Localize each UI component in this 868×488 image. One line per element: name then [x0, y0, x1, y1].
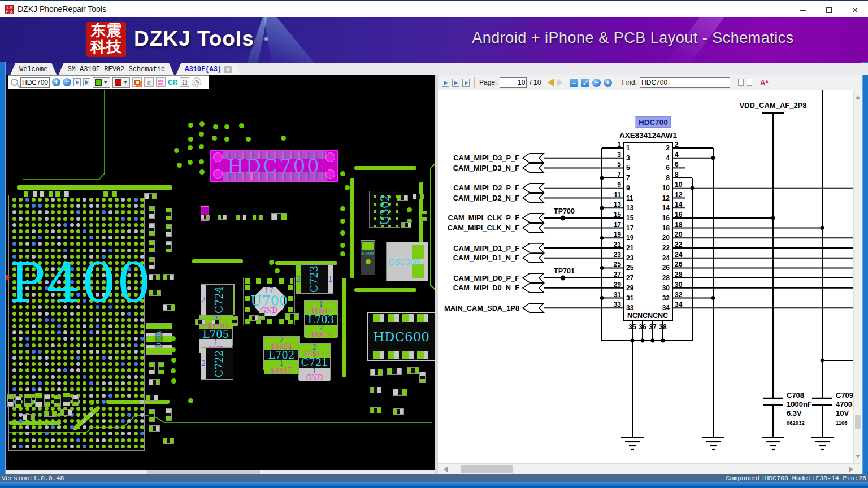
- schematic-vscrollbar[interactable]: [853, 90, 861, 463]
- pcb-layout-panel[interactable]: P400 HDC700 17 U700 GND 2 C723 1 2 C724 …: [6, 75, 438, 474]
- schematic-panel[interactable]: Page: / 10 ↔ ⤢ − + Find: Aª HDC700AXE834…: [438, 75, 862, 474]
- history-icon[interactable]: ◷: [192, 77, 201, 87]
- part-u504[interactable]: U504: [146, 323, 172, 355]
- hscroll-thumb[interactable]: [461, 465, 513, 473]
- prev-doc-icon[interactable]: [452, 79, 459, 87]
- bga-ball: [127, 343, 131, 347]
- bga-ball: [45, 318, 49, 322]
- tab-schematic[interactable]: SM-A310F_REV02 Schematic: [58, 63, 174, 75]
- close-button[interactable]: ✕: [842, 2, 868, 18]
- hdc600-pads: [373, 314, 431, 322]
- banner-glint: [263, 36, 269, 42]
- layers-icon[interactable]: [132, 77, 142, 87]
- part-c722[interactable]: 2 C722: [201, 347, 233, 380]
- mark-color-picker[interactable]: [112, 77, 130, 88]
- bga-ball: [12, 419, 16, 423]
- via-dot: [171, 368, 176, 373]
- bga-ball: [89, 413, 93, 417]
- find-next-icon[interactable]: [747, 78, 757, 87]
- bga-ball: [70, 229, 74, 233]
- svg-text:35: 35: [628, 323, 636, 331]
- bga-ball: [76, 324, 80, 328]
- cr-tool[interactable]: CR: [168, 79, 177, 86]
- part-c723[interactable]: 2 C723 1: [296, 264, 333, 294]
- brand-logo: 东震 科技: [86, 22, 126, 57]
- part-osc300[interactable]: OSC300: [386, 242, 428, 281]
- smd-pad: [232, 316, 238, 326]
- scroll-up-icon[interactable]: [856, 93, 860, 99]
- tab-welcome[interactable]: Welcome: [10, 63, 57, 75]
- bga-ball: [108, 350, 112, 354]
- part-c724[interactable]: 2 C724: [201, 284, 235, 315]
- bga-ball: [76, 217, 80, 221]
- minimize-button[interactable]: [790, 2, 816, 18]
- part-hdc600[interactable]: HDC600: [367, 312, 436, 361]
- page-input[interactable]: [500, 77, 527, 88]
- bga-ball: [96, 350, 99, 354]
- sch-zoom-in-icon[interactable]: +: [604, 79, 612, 87]
- pcb-hscrollbar[interactable]: [6, 470, 438, 474]
- scroll-right-icon[interactable]: [849, 467, 856, 472]
- copy-page-icon[interactable]: [73, 78, 81, 86]
- smd-pad: [195, 319, 205, 325]
- svg-text:16: 16: [675, 211, 683, 219]
- bga-ball: [45, 407, 49, 411]
- part-l702[interactable]: 2$$$94 L702 1$$$17: [263, 336, 300, 370]
- bga-ball: [89, 229, 93, 233]
- resistance-icon[interactable]: Ω: [180, 77, 189, 87]
- smd-pad: [146, 395, 158, 401]
- fit-width-icon[interactable]: ↔: [570, 79, 578, 87]
- scroll-down-icon[interactable]: [856, 455, 860, 460]
- bga-ball: [115, 318, 119, 322]
- prev-page-icon[interactable]: [544, 79, 554, 86]
- via-dot: [188, 137, 193, 142]
- maximize-button[interactable]: [816, 2, 842, 18]
- svg-text:22: 22: [675, 241, 683, 249]
- ruler-icon[interactable]: [156, 77, 166, 87]
- schematic-drawing: HDC700AXE834124AW11133CAM_MIPI_D3_P_F55C…: [438, 90, 861, 463]
- paste-page-icon[interactable]: [83, 78, 90, 86]
- bga-ball: [76, 381, 80, 385]
- connector-hdc700[interactable]: HDC700: [210, 150, 338, 182]
- bga-ball: [134, 217, 138, 221]
- next-doc-icon[interactable]: [462, 79, 470, 87]
- bga-ball: [96, 407, 99, 411]
- part-u302[interactable]: U302: [369, 191, 400, 228]
- bga-ball: [121, 381, 125, 385]
- schematic-hscrollbar[interactable]: [438, 463, 861, 474]
- find-prev-icon[interactable]: [733, 78, 744, 87]
- svg-text:NC: NC: [658, 312, 668, 320]
- pcb-search-input[interactable]: [20, 77, 50, 88]
- tab-board[interactable]: A310F(A3) ✕: [176, 63, 241, 75]
- fit-page-icon[interactable]: ⤢: [581, 79, 589, 87]
- font-size-icon[interactable]: Aª: [760, 79, 768, 87]
- pcb-hscroll-thumb[interactable]: [147, 470, 260, 474]
- bga-ball: [89, 210, 93, 214]
- smd-pad: [413, 194, 424, 199]
- scroll-left-icon[interactable]: [441, 467, 448, 472]
- highlight-color-picker[interactable]: [93, 77, 110, 88]
- find-input[interactable]: [640, 77, 730, 88]
- bga-ball: [25, 337, 29, 341]
- sch-zoom-out-icon[interactable]: −: [592, 79, 601, 87]
- zoom-in-icon[interactable]: +: [52, 78, 60, 86]
- part-c721[interactable]: 2$$$17 C721 1GND: [298, 343, 331, 380]
- part-f300[interactable]: F300: [361, 240, 375, 275]
- part-l703[interactable]: 1$$$97 L703 2$$$17: [304, 300, 338, 337]
- next-page-icon[interactable]: [557, 79, 567, 86]
- svg-text:27: 27: [614, 271, 622, 278]
- bga-ball: [25, 223, 29, 227]
- bga-ball: [134, 324, 138, 328]
- divider: [474, 77, 475, 88]
- tab-close-icon[interactable]: ✕: [224, 66, 232, 73]
- text-tool-icon[interactable]: a: [144, 77, 154, 87]
- bga-ball: [12, 356, 16, 360]
- zoom-out-icon[interactable]: −: [63, 78, 71, 86]
- bga-ball: [83, 438, 86, 442]
- bga-ball: [45, 432, 49, 435]
- vscroll-thumb[interactable]: [855, 415, 861, 429]
- window-border-left: [0, 62, 6, 477]
- bga-ball: [38, 438, 42, 442]
- page-icon[interactable]: [442, 79, 449, 87]
- bga-ball: [115, 387, 119, 391]
